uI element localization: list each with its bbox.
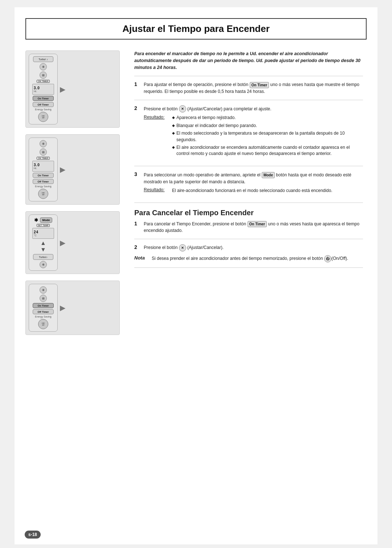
note-label: Nota — [134, 255, 149, 261]
display-unit-2: Hr. — [34, 167, 37, 169]
remote-illustration-3: ✱ Mode SET TEMP 24 °C ▲ ▼ Turbo/♪ — [25, 211, 120, 274]
result-item-3: El modo seleccionado y la temperatura se… — [172, 130, 363, 143]
arrow-right-3: ▶ — [60, 239, 65, 246]
remote-illustration-1: Turbo/♪ ❊ ⊟ ON TIMER 3.0 Hr. On Timer Of… — [25, 50, 120, 128]
mode-button-3: Mode — [40, 217, 53, 223]
section2-step-num-1: 1 — [134, 221, 140, 234]
content-area: Turbo/♪ ❊ ⊟ ON TIMER 3.0 Hr. On Timer Of… — [15, 47, 377, 339]
set-temp-indicator-3: SET TEMP — [37, 224, 50, 227]
note-block: Nota Si desea prender el aire acondicion… — [134, 255, 363, 262]
result-item-4: El aire acondicionador se encendera auto… — [172, 144, 363, 157]
turbo-button-1: Turbo/♪ — [33, 56, 53, 62]
display-1: 3.0 Hr. — [32, 84, 54, 95]
cancel-btn-1: cancel — [38, 112, 48, 122]
off-timer-btn-1: Off Timer — [33, 102, 54, 107]
result-text-2: El aire-acondicionado funcionará en el m… — [172, 187, 363, 194]
cancel-btn-2: cancel — [38, 189, 48, 199]
display-2: 3.0 Hr. — [32, 161, 54, 172]
remote-illustration-2: ❊ ⊟ ON TIMER 3.0 Hr. On Timer Off Timer … — [25, 134, 120, 205]
on-timer-ref-1: On Timer — [250, 82, 269, 88]
display-text-3: 24 — [34, 230, 38, 234]
mode-btn-round-1: ⊟ — [40, 71, 47, 79]
note-text: Si desea prender el aire acondicionador … — [152, 255, 348, 262]
down-arrow-3: ▼ — [40, 246, 46, 253]
mode-ref-3: Mode — [262, 172, 275, 178]
remote-body-3: ✱ Mode SET TEMP 24 °C ▲ ▼ Turbo/♪ — [29, 214, 58, 271]
fan-btn-2: ❊ — [40, 140, 47, 147]
arrows-1: ▶ — [60, 86, 65, 93]
result-block-2: Resultado: El aire-acondicionado funcion… — [144, 187, 363, 194]
section2-step-num-2: 2 — [134, 244, 140, 251]
step-text-3: Para seleccionar un modo operativo de an… — [144, 172, 351, 184]
step-num-3: 3 — [134, 171, 140, 197]
off-timer-btn-4: Off Timer — [33, 309, 54, 314]
energy-saving-label-1: Energy Saving — [35, 108, 52, 111]
page-title: Ajustar el Tiempo para Encender — [33, 23, 359, 34]
display-text-2: 3.0 — [34, 163, 40, 167]
step-num-2: 2 — [134, 105, 140, 161]
cancel-ref-s2: ✕ — [179, 244, 186, 251]
result-item-2: Blanquar el indicador del tiempo parando… — [172, 123, 363, 129]
remote-illustration-4: ❊ ⊟ On Timer Off Timer Energy Saving can… — [25, 281, 120, 335]
result-item-1: Aparecera el tiempo rejistrado. — [172, 115, 363, 121]
step-num-1: 1 — [134, 81, 140, 94]
remote-body-4: ❊ ⊟ On Timer Off Timer Energy Saving can… — [29, 284, 58, 332]
remote-body-2: ❊ ⊟ ON TIMER 3.0 Hr. On Timer Off Timer … — [29, 138, 58, 201]
section2-step-2: 2 Presione el botón ✕ (Ajustar/Cancelar)… — [134, 244, 363, 251]
left-column: Turbo/♪ ❊ ⊟ ON TIMER 3.0 Hr. On Timer Of… — [22, 47, 123, 339]
cancel-btn-4: cancel — [38, 319, 48, 329]
page: Ajustar el Tiempo para Encender Turbo/♪ … — [15, 7, 377, 544]
arrows-2: ▶ — [60, 166, 65, 173]
arrows-3: ▶ — [60, 239, 65, 246]
cancel-ref-2: ✕ — [179, 105, 186, 113]
fan-btn-1: ❊ — [40, 63, 47, 70]
result-label-2: Resultado: — [144, 187, 169, 194]
result-block-1: Resultado: Aparecera el tiempo rejistrad… — [144, 115, 363, 157]
right-column: Para encender el marcador de tiempo no l… — [123, 47, 370, 339]
fan-btn-4: ❊ — [40, 286, 47, 294]
result-items-1: Aparecera el tiempo rejistrado. Blanquar… — [172, 115, 363, 157]
on-timer-btn-1: On Timer — [33, 96, 54, 101]
title-bar: Ajustar el Tiempo para Encender — [25, 18, 367, 40]
step-text-1: Para ajustar el tiempo de operación, pre… — [144, 81, 363, 94]
display-unit-1: Hr. — [34, 90, 37, 93]
fan-btn-3: ❊ — [40, 261, 47, 268]
on-timer-indicator-2: ON TIMER — [37, 157, 49, 160]
on-timer-btn-4: On Timer — [33, 303, 54, 308]
section2-step-text-1: Para cancelar el Tiempo Encender, presio… — [144, 221, 363, 234]
arrow-right-4: ▶ — [60, 304, 65, 311]
arrow-right-2: ▶ — [60, 166, 65, 173]
result-label-1: Resultado: — [144, 115, 169, 157]
arrow-right-1: ▶ — [60, 86, 65, 93]
energy-saving-label-4: Energy Saving — [35, 315, 52, 318]
mode-btn-round-4: ⊟ — [40, 295, 47, 302]
onoff-ref: ⏻ — [324, 255, 331, 262]
section2-step-1: 1 Para cancelar el Tiempo Encender, pres… — [134, 221, 363, 234]
section-2-title: Para Cancelar el Tiempo Encender — [134, 209, 363, 217]
turbo-button-3: Turbo/♪ — [33, 254, 53, 260]
arrows-4: ▶ — [60, 304, 65, 311]
step-2: 2 Presione el botón ✕ (Ajustar/Cancelar)… — [134, 105, 363, 161]
remote-body-1: Turbo/♪ ❊ ⊟ ON TIMER 3.0 Hr. On Timer Of… — [29, 54, 58, 124]
display-3: 24 °C — [32, 228, 54, 239]
page-number: s-18 — [25, 531, 41, 539]
display-unit-3: °C — [34, 234, 37, 237]
step-1: 1 Para ajustar el tiempo de operación, p… — [134, 81, 363, 94]
step-3: 3 Para seleccionar un modo operativo de … — [134, 171, 363, 197]
off-timer-btn-2: Off Timer — [33, 179, 54, 184]
up-arrow-3: ▲ — [40, 240, 46, 246]
on-timer-indicator-1: ON TIMER — [37, 80, 49, 83]
energy-saving-label-2: Energy Saving — [35, 185, 52, 188]
mode-btn-round-2: ⊟ — [40, 148, 47, 156]
section2-step-text-2: Presione el botón ✕ (Ajustar/Cancelar). — [144, 244, 363, 251]
on-timer-ref-s2: On Timer — [248, 221, 267, 227]
on-timer-btn-2: On Timer — [33, 173, 54, 178]
intro-text: Para encender el marcador de tiempo no l… — [134, 50, 363, 71]
display-text-1: 3.0 — [34, 86, 40, 90]
step-text-2: Presione el botón ✕ (Ajustar/Cancelar) p… — [144, 106, 271, 111]
